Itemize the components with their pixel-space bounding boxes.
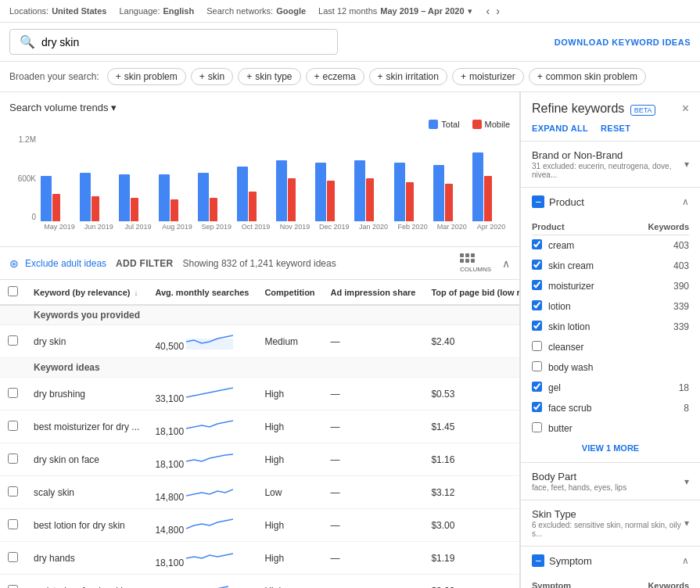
refine-section-bodypart: Body Part face, feet, hands, eyes, lips … [521,463,700,500]
symptom-section-header[interactable]: − Symptom ∧ [521,547,700,575]
row-checkbox[interactable] [8,421,18,431]
collapse-button[interactable]: ∧ [502,257,510,270]
x-labels: May 2019 Jun 2019 Jul 2019 Aug 2019 Sep … [9,223,510,231]
exclude-adult-link[interactable]: Exclude adult ideas [25,258,106,269]
th-searches[interactable]: Avg. monthly searches [147,280,257,305]
tag-chip-skin-irritation[interactable]: +skin irritation [369,68,447,85]
table-row: best lotion for dry skin 14,800 High—$3.… [0,509,519,542]
select-all-checkbox[interactable] [8,286,18,296]
bar-blue-1 [80,173,91,221]
keyword-table-wrap: Keyword (by relevance) ↓ Avg. monthly se… [0,280,519,588]
view-more-product[interactable]: VIEW 1 MORE [532,439,689,454]
bar-group-2 [119,174,156,221]
filter-checkbox-butter[interactable] [532,422,542,432]
columns-button[interactable]: COLUMNS [460,253,491,273]
search-bar: 🔍 DOWNLOAD KEYWORD IDEAS [0,23,700,62]
tag-chip-skin-problem[interactable]: +skin problem [107,68,186,85]
th-keyword[interactable]: Keyword (by relevance) ↓ [26,280,147,305]
right-actions: EXPAND ALL RESET [521,120,700,142]
row-checkbox[interactable] [8,519,18,529]
section-header-provided: Keywords you provided [0,305,519,325]
bar-group-5 [237,167,275,221]
skintype-section-header[interactable]: Skin Type 6 excluded: sensitive skin, no… [521,500,700,546]
bar-group-0 [41,176,78,221]
product-section-header[interactable]: − Product ∧ [521,188,700,216]
bar-blue-3 [159,174,170,221]
row-checkbox[interactable] [8,454,18,464]
bar-blue-4 [198,173,209,221]
row-checkbox[interactable] [8,585,18,589]
bar-group-11 [472,152,510,221]
tag-chip-common-skin-problem[interactable]: +common skin problem [529,68,646,85]
filter-icon[interactable]: ⊛ [9,257,19,270]
bodypart-chevron: ▾ [684,476,689,487]
tag-chip-eczema[interactable]: +eczema [306,68,364,85]
close-button[interactable]: × [682,102,689,116]
keyword-table: Keyword (by relevance) ↓ Avg. monthly se… [0,280,519,588]
row-checkbox[interactable] [8,388,18,398]
bar-group-9 [394,163,432,221]
bar-red-2 [131,198,138,221]
row-checkbox[interactable] [8,552,18,562]
filter-checkbox-cream[interactable] [532,239,542,249]
filter-checkbox-cleanser[interactable] [532,341,542,351]
svg-rect-0 [186,339,233,350]
filter-row-skincream: skin cream403 [532,256,689,276]
filter-checkbox-body-wash[interactable] [532,361,542,371]
bar-group-1 [80,173,117,221]
th-bid-low[interactable]: Top of page bid (low range) [423,280,519,305]
chart-section: Search volume trends ▾ Total Mobile 1.2M… [0,92,519,247]
date-range[interactable]: Last 12 months May 2019 – Apr 2020 ▾ [318,6,472,16]
filter-checkbox-skin-cream[interactable] [532,260,542,270]
bar-blue-7 [315,163,326,221]
reset-link[interactable]: RESET [601,124,630,133]
location-info: Locations: United States [9,6,106,16]
bar-chart-inner [9,135,510,221]
section-header-ideas: Keyword ideas [0,358,519,378]
bar-red-9 [406,182,414,221]
add-filter-button[interactable]: ADD FILTER [116,258,173,269]
filter-checkbox-moisturizer[interactable] [532,280,542,290]
filter-checkbox-face-scrub[interactable] [532,402,542,412]
bar-blue-11 [472,152,483,221]
tag-chip-skin-type[interactable]: +skin type [238,68,300,85]
prev-date-button[interactable]: ‹ [485,5,492,17]
bar-red-0 [52,194,60,221]
tag-chip-moisturizer[interactable]: +moisturizer [452,68,524,85]
bodypart-section-header[interactable]: Body Part face, feet, hands, eyes, lips … [521,463,700,500]
filter-checkbox-gel[interactable] [532,382,542,392]
filter-row-lotion: lotion339 [532,296,689,317]
row-checkbox[interactable] [8,486,18,497]
next-date-button[interactable]: › [494,5,501,17]
bar-red-5 [249,192,257,221]
symptom-filter-table: Symptom Keywords dryness69 itching Other [532,578,689,588]
expand-all-link[interactable]: EXPAND ALL [532,124,588,133]
product-minus-icon: − [532,195,544,208]
refine-section-product: − Product ∧ Product Keywords cream403 s [521,188,700,463]
filter-row-cream: cream403 [532,235,689,256]
search-input[interactable] [41,36,328,48]
product-chevron: ∧ [682,196,689,207]
sparkline-dryskin [186,331,233,350]
brand-section-header[interactable]: Brand or Non-Brand 31 excluded: eucerin,… [521,142,700,187]
tag-chip-skin[interactable]: +skin [191,68,233,85]
right-panel: Refine keywords BETA × EXPAND ALL RESET … [520,92,700,588]
th-impression[interactable]: Ad impression share [323,280,424,305]
filter-row-facescrub: face scrub8 [532,398,689,418]
chart-title[interactable]: Search volume trends ▾ [9,102,510,113]
broaden-label: Broaden your search: [9,71,99,82]
chart-legend: Total Mobile [9,120,510,129]
keyword-cell: dry skin [26,325,147,358]
beta-badge: BETA [630,105,656,116]
top-bar: Locations: United States Language: Engli… [0,0,700,23]
bar-group-6 [276,160,314,221]
filter-checkbox-lotion[interactable] [532,300,542,310]
filter-checkbox-skin-lotion[interactable] [532,321,542,331]
search-icon: 🔍 [20,34,35,49]
bar-group-3 [159,174,196,221]
row-checkbox[interactable] [8,335,18,346]
download-button[interactable]: DOWNLOAD KEYWORD IDEAS [555,38,691,47]
th-competition[interactable]: Competition [257,280,322,305]
filter-row-bodywash: body wash [532,357,689,378]
date-nav: ‹ › [485,5,501,17]
